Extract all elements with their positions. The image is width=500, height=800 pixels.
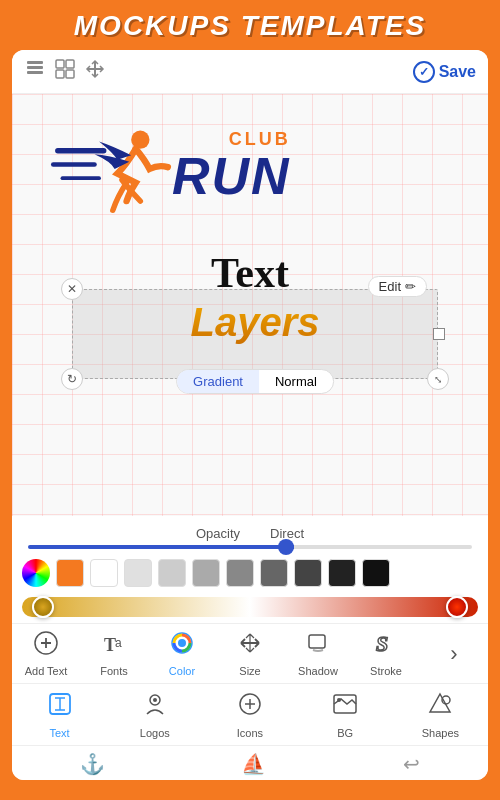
icons-label: Icons	[237, 727, 263, 739]
bottom-nav: ⚓ ⛵ ↩	[12, 745, 488, 780]
selection-box[interactable]: ✕ ↻ ⤡ Edit ✏ Layers Gradient Normal	[72, 289, 438, 379]
color-swatch-white[interactable]	[90, 559, 118, 587]
color-swatch-3[interactable]	[192, 559, 220, 587]
color-swatch-orange[interactable]	[56, 559, 84, 587]
add-text-label: Add Text	[25, 665, 68, 677]
tool-size[interactable]: Size	[220, 630, 280, 677]
logo-container: CLUB RUN	[42, 114, 458, 224]
main-card: ✓ Save	[12, 50, 488, 780]
tool-shapes[interactable]: Shapes	[410, 690, 470, 739]
fonts-icon: T a	[101, 630, 127, 662]
color-swatch-4[interactable]	[226, 559, 254, 587]
stroke-label: Stroke	[370, 665, 402, 677]
tool-logos[interactable]: Logos	[125, 690, 185, 739]
tool-stroke[interactable]: S Stroke	[356, 630, 416, 677]
gradient-track	[22, 597, 478, 617]
canvas-area: CLUB RUN Text ✕ ↻ ⤡ Edit ✏ Layers Gradie…	[12, 94, 488, 516]
svg-point-7	[131, 131, 149, 149]
color-swatch-6[interactable]	[294, 559, 322, 587]
svg-point-17	[153, 698, 157, 702]
toolbar-left	[24, 58, 106, 85]
bottom-toolbar-1: Add Text T a Fonts	[12, 623, 488, 683]
shapes-label: Shapes	[422, 727, 459, 739]
svg-point-12	[178, 639, 186, 647]
top-toolbar: ✓ Save	[12, 50, 488, 94]
text-tool-icon	[46, 690, 74, 724]
save-button[interactable]: ✓ Save	[413, 61, 476, 83]
run-label: RUN	[172, 150, 291, 202]
close-handle[interactable]: ✕	[61, 278, 83, 300]
opacity-labels: Opacity Direct	[28, 526, 472, 541]
color-palette	[12, 553, 488, 593]
tool-bg[interactable]: BG	[315, 690, 375, 739]
stroke-icon: S	[373, 630, 399, 662]
header: MOCKUPS TEMPLATES	[0, 0, 500, 50]
bottom-toolbar-2: Text Logos Icons	[12, 683, 488, 745]
shadow-label: Shadow	[298, 665, 338, 677]
text-tool-label: Text	[50, 727, 70, 739]
save-check-icon: ✓	[413, 61, 435, 83]
shapes-icon	[426, 690, 454, 724]
svg-rect-1	[27, 66, 43, 69]
shadow-icon	[305, 630, 331, 662]
tool-text[interactable]: Text	[30, 690, 90, 739]
gradient-thumb-right[interactable]	[446, 596, 468, 618]
expand-handle[interactable]: ⤡	[427, 368, 449, 390]
edit-button[interactable]: Edit ✏	[368, 276, 427, 297]
layers-icon[interactable]	[24, 58, 46, 85]
chevron-right-icon: ›	[450, 641, 457, 667]
color-wheel[interactable]	[22, 559, 50, 587]
opacity-label: Opacity	[196, 526, 240, 541]
bg-label: BG	[337, 727, 353, 739]
logos-icon	[141, 690, 169, 724]
svg-rect-2	[27, 61, 43, 64]
gradient-pill[interactable]: Gradient	[177, 370, 259, 393]
move-icon[interactable]	[84, 58, 106, 85]
color-swatch-black[interactable]	[362, 559, 390, 587]
svg-text:S: S	[376, 631, 388, 656]
opacity-slider[interactable]	[28, 545, 472, 549]
club-run-text: CLUB RUN	[172, 129, 291, 202]
add-text-icon	[33, 630, 59, 662]
opacity-thumb[interactable]	[278, 539, 294, 555]
tool-add-text[interactable]: Add Text	[16, 630, 76, 677]
icons-tool-icon	[236, 690, 264, 724]
color-label: Color	[169, 665, 195, 677]
gradient-thumb-left[interactable]	[32, 596, 54, 618]
fonts-label: Fonts	[100, 665, 128, 677]
tool-icons[interactable]: Icons	[220, 690, 280, 739]
color-swatch-2[interactable]	[158, 559, 186, 587]
layers-display: Layers	[191, 300, 320, 345]
resize-handle-mr[interactable]	[433, 328, 445, 340]
svg-rect-3	[56, 60, 64, 68]
gradient-slider[interactable]	[12, 593, 488, 623]
normal-pill[interactable]: Normal	[259, 370, 333, 393]
back-arrow-icon[interactable]: ↩	[403, 752, 420, 776]
more-tools-arrow[interactable]: ›	[424, 641, 484, 667]
color-icon	[169, 630, 195, 662]
color-swatch-7[interactable]	[328, 559, 356, 587]
size-icon	[237, 630, 263, 662]
edit-label: Edit	[379, 279, 401, 294]
save-label: Save	[439, 63, 476, 81]
svg-rect-0	[27, 71, 43, 74]
color-swatch-5[interactable]	[260, 559, 288, 587]
ship-icon[interactable]: ⛵	[241, 752, 266, 776]
svg-rect-4	[66, 60, 74, 68]
anchor-icon[interactable]: ⚓	[80, 752, 105, 776]
header-title: MOCKUPS TEMPLATES	[74, 10, 426, 41]
svg-text:a: a	[115, 636, 122, 650]
size-label: Size	[239, 665, 260, 677]
tool-fonts[interactable]: T a Fonts	[84, 630, 144, 677]
edit-pencil-icon: ✏	[405, 279, 416, 294]
svg-rect-6	[66, 70, 74, 78]
tool-shadow[interactable]: Shadow	[288, 630, 348, 677]
tool-color[interactable]: Color	[152, 630, 212, 677]
svg-rect-19	[334, 695, 356, 713]
rotate-handle[interactable]: ↻	[61, 368, 83, 390]
grid-icon[interactable]	[54, 58, 76, 85]
color-swatch-1[interactable]	[124, 559, 152, 587]
bg-icon	[331, 690, 359, 724]
svg-point-20	[337, 698, 341, 702]
svg-rect-13	[309, 635, 325, 648]
